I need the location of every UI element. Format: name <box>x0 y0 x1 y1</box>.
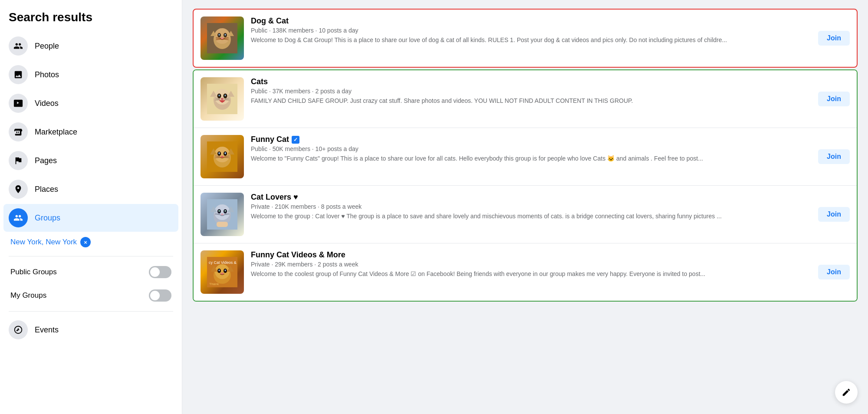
sidebar-item-groups[interactable]: Groups <box>3 204 178 232</box>
svg-point-40 <box>225 152 226 154</box>
svg-point-71 <box>219 269 220 271</box>
my-groups-toggle[interactable] <box>149 289 171 302</box>
group-desc-cats: FAMILY AND CHILD SAFE GROUP. Just crazy … <box>251 97 811 105</box>
verified-badge-funny-cat: ✓ <box>292 136 299 144</box>
group-card-dog-cat: Dog & Cat Public · 138K members · 10 pos… <box>193 9 858 68</box>
group-card-funny-cat-videos: cy Cat Videos & Mo Thank Funny Cat Vid <box>194 243 857 301</box>
page-title: Search results <box>3 7 178 31</box>
svg-point-55 <box>219 210 220 212</box>
sidebar: Search results People Photos Videos Mark… <box>0 0 182 414</box>
sidebar-item-events[interactable]: Events <box>3 316 178 344</box>
group-meta-cat-lovers: Private · 210K members · 8 posts a week <box>251 203 811 210</box>
sidebar-item-places[interactable]: Places <box>3 175 178 203</box>
public-groups-toggle[interactable] <box>149 266 171 278</box>
people-icon <box>9 36 28 56</box>
sidebar-item-marketplace[interactable]: Marketplace <box>3 118 178 146</box>
sidebar-item-people[interactable]: People <box>3 32 178 60</box>
svg-point-57 <box>221 214 224 215</box>
svg-point-25 <box>221 98 224 100</box>
group-thumbnail-cat-lovers <box>201 193 244 236</box>
svg-point-7 <box>219 34 220 36</box>
group-info-funny-cat: Funny Cat ✓ Public · 50K members · 10+ p… <box>251 135 811 163</box>
svg-point-24 <box>225 95 226 96</box>
sidebar-item-label: Groups <box>35 214 60 223</box>
photo-icon <box>9 65 28 84</box>
location-icon <box>9 180 28 199</box>
group-name-cats: Cats <box>251 77 811 86</box>
sidebar-item-photos[interactable]: Photos <box>3 61 178 89</box>
group-desc-cat-lovers: Welcome to the group : Cat lover ♥ The g… <box>251 212 811 221</box>
groups-icon <box>9 208 28 227</box>
public-groups-filter: Public Groups <box>3 261 178 283</box>
group-name-cat-lovers: Cat Lovers ♥ <box>251 193 811 202</box>
svg-point-39 <box>219 152 220 154</box>
green-border-group: Cats Public · 37K members · 2 posts a da… <box>193 69 858 302</box>
group-thumbnail-dog-cat <box>201 16 244 60</box>
location-clear-button[interactable]: × <box>80 237 91 247</box>
group-thumbnail-funny-cat-videos: cy Cat Videos & Mo Thank <box>201 250 244 294</box>
svg-point-23 <box>219 95 220 96</box>
group-info-cats: Cats Public · 37K members · 2 posts a da… <box>251 77 811 105</box>
public-groups-label: Public Groups <box>10 268 57 276</box>
location-filter: New York, New York × <box>3 233 178 252</box>
group-desc-funny-cat: Welcome to "Funny Cats" group! This is a… <box>251 154 811 163</box>
my-groups-label: My Groups <box>10 291 46 300</box>
location-label[interactable]: New York, New York <box>10 238 77 246</box>
svg-point-2 <box>214 28 230 44</box>
group-name-funny-cat: Funny Cat ✓ <box>251 135 811 144</box>
svg-text:Thank: Thank <box>209 282 219 286</box>
my-groups-slider <box>149 289 171 302</box>
group-thumbnail-funny-cat <box>201 135 244 178</box>
group-card-funny-cat: Funny Cat ✓ Public · 50K members · 10+ p… <box>194 128 857 185</box>
join-button-funny-cat[interactable]: Join <box>818 149 850 164</box>
group-meta-cats: Public · 37K members · 2 posts a day <box>251 88 811 95</box>
sidebar-item-label: Marketplace <box>35 128 77 137</box>
join-button-cats[interactable]: Join <box>818 92 850 106</box>
sidebar-divider <box>9 256 173 256</box>
group-thumbnail-cats <box>201 77 244 121</box>
sidebar-item-label: Photos <box>35 70 59 79</box>
group-meta-funny-cat: Public · 50K members · 10+ posts a day <box>251 145 811 152</box>
events-icon <box>9 320 28 339</box>
main-content: Dog & Cat Public · 138K members · 10 pos… <box>182 0 868 414</box>
sidebar-divider-2 <box>9 311 173 312</box>
group-card-cats: Cats Public · 37K members · 2 posts a da… <box>194 70 857 128</box>
my-groups-filter: My Groups <box>3 284 178 307</box>
group-card-cat-lovers: Cat Lovers ♥ Private · 210K members · 8 … <box>194 185 857 243</box>
marketplace-icon <box>9 122 28 141</box>
svg-point-8 <box>225 34 226 36</box>
sidebar-item-label: Places <box>35 185 58 194</box>
sidebar-item-label: Events <box>35 325 59 335</box>
sidebar-item-pages[interactable]: Pages <box>3 147 178 174</box>
edit-icon <box>842 388 851 397</box>
flag-icon <box>9 151 28 170</box>
group-meta-funny-cat-videos: Private · 29K members · 2 posts a week <box>251 261 811 268</box>
join-button-dog-cat[interactable]: Join <box>818 31 850 46</box>
group-info-cat-lovers: Cat Lovers ♥ Private · 210K members · 8 … <box>251 193 811 221</box>
group-info-funny-cat-videos: Funny Cat Videos & More Private · 29K me… <box>251 250 811 279</box>
edit-icon-button[interactable] <box>835 381 858 404</box>
sidebar-item-label: Videos <box>35 99 59 108</box>
group-name-funny-cat-videos: Funny Cat Videos & More <box>251 250 811 260</box>
group-meta-dog-cat: Public · 138K members · 10 posts a day <box>251 27 811 34</box>
svg-point-9 <box>221 37 224 39</box>
sidebar-item-videos[interactable]: Videos <box>3 89 178 117</box>
svg-text:cy Cat Videos & Mo: cy Cat Videos & Mo <box>209 260 237 265</box>
svg-point-73 <box>221 273 224 274</box>
svg-point-56 <box>225 210 226 212</box>
svg-point-41 <box>221 156 224 158</box>
svg-rect-58 <box>217 222 228 227</box>
group-desc-funny-cat-videos: Welcome to the coolest group of Funny Ca… <box>251 270 811 279</box>
group-name-dog-cat: Dog & Cat <box>251 16 811 26</box>
join-button-cat-lovers[interactable]: Join <box>818 207 850 222</box>
group-info-dog-cat: Dog & Cat Public · 138K members · 10 pos… <box>251 16 811 45</box>
svg-point-72 <box>225 269 226 271</box>
group-desc-dog-cat: Welcome to Dog & Cat Group! This is a pl… <box>251 36 811 45</box>
join-button-funny-cat-videos[interactable]: Join <box>818 265 850 279</box>
sidebar-item-label: People <box>35 42 59 51</box>
video-icon <box>9 94 28 113</box>
sidebar-item-label: Pages <box>35 156 57 165</box>
public-groups-slider <box>149 266 171 278</box>
